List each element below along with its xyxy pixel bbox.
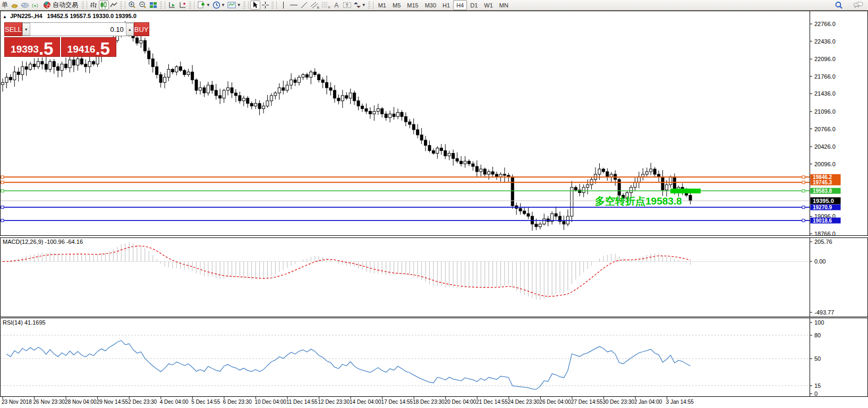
channel-icon[interactable]: E: [309, 1, 320, 10]
svg-text:2 Dec 23:30: 2 Dec 23:30: [128, 399, 157, 405]
svg-text:2 Jan 04:00: 2 Jan 04:00: [634, 399, 662, 405]
timeframe-group: M1M5M15M30H1H4D1W1MN: [375, 0, 512, 10]
svg-text:T: T: [345, 3, 348, 8]
collapse-panel-icon[interactable]: ▲: [3, 14, 7, 19]
horizontal-line-icon[interactable]: [288, 1, 299, 10]
svg-text:19583.8: 19583.8: [813, 188, 832, 194]
volume-input[interactable]: [30, 23, 126, 36]
timeframe-M1[interactable]: M1: [375, 0, 389, 10]
auto-trading-button[interactable]: 自动交易: [40, 1, 81, 10]
svg-text:21096.0: 21096.0: [814, 108, 836, 115]
search-icon[interactable]: [833, 1, 845, 10]
svg-text:20 Dec 04:00: 20 Dec 04:00: [445, 399, 476, 405]
text-icon[interactable]: A: [331, 1, 342, 10]
volume-spinner: ▼ ▲: [22, 22, 134, 36]
sell-price: 19393: [11, 44, 39, 56]
fibonacci-icon[interactable]: F: [320, 1, 331, 10]
candlestick-chart-icon[interactable]: [99, 1, 109, 10]
timeframe-M30[interactable]: M30: [422, 0, 439, 10]
chart-title: ▲ JPN225-,H4 19452.5 19557.5 19330.0 193…: [3, 13, 137, 19]
svg-text:19745.3: 19745.3: [813, 180, 832, 185]
line-chart-icon[interactable]: [109, 1, 119, 10]
timeframe-M15[interactable]: M15: [404, 0, 421, 10]
order-text-partial: 单: [2, 1, 8, 10]
svg-text:11 Dec 14:55: 11 Dec 14:55: [286, 399, 318, 405]
buy-price: 19416: [67, 44, 96, 56]
svg-text:19018.6: 19018.6: [813, 218, 832, 224]
svg-text:28 Nov 04:00: 28 Nov 04:00: [65, 399, 97, 405]
rsi-label: RSI(14) 41.1695: [3, 319, 46, 326]
svg-text:23 Nov 2018: 23 Nov 2018: [2, 399, 32, 405]
crosshair-icon[interactable]: [260, 1, 270, 10]
new-order-icon[interactable]: [10, 1, 20, 10]
timeframe-MN[interactable]: MN: [496, 0, 512, 10]
svg-text:19270.9: 19270.9: [813, 205, 832, 210]
svg-text:5 Dec 14:55: 5 Dec 14:55: [191, 399, 220, 405]
volume-increase-button[interactable]: ▲: [126, 23, 134, 36]
timeframe-H4[interactable]: H4: [453, 0, 467, 10]
svg-text:50: 50: [814, 355, 821, 362]
sell-price-fraction: .5: [39, 41, 54, 56]
svg-text:10 Dec 04:00: 10 Dec 04:00: [254, 399, 286, 405]
svg-text:21766.0: 21766.0: [814, 73, 836, 80]
volume-decrease-button[interactable]: ▼: [22, 23, 30, 36]
auto-scroll-icon[interactable]: [167, 1, 177, 10]
timeframe-H1[interactable]: H1: [439, 0, 453, 10]
sell-quote[interactable]: 19393 .5: [4, 37, 60, 57]
chart-title-ohlc: 19452.5 19557.5 19330.0 19395.0: [47, 13, 137, 19]
auto-trading-label: 自动交易: [53, 1, 78, 10]
sell-button[interactable]: SELL: [4, 22, 22, 36]
svg-text:F: F: [328, 6, 330, 9]
bar-chart-icon[interactable]: [89, 1, 99, 10]
svg-text:E: E: [317, 6, 319, 9]
svg-text:3 Jan 14:55: 3 Jan 14:55: [666, 399, 694, 405]
chart-shift-icon[interactable]: [177, 1, 188, 10]
buy-button[interactable]: BUY: [134, 22, 149, 36]
svg-text:6 Dec 23:30: 6 Dec 23:30: [223, 399, 252, 405]
chat-icon[interactable]: [852, 1, 865, 10]
timeframe-D1[interactable]: D1: [467, 0, 481, 10]
svg-text:-493.77: -493.77: [814, 309, 834, 316]
svg-text:19395.0: 19395.0: [813, 198, 834, 204]
svg-text:26 Dec 04:00: 26 Dec 04:00: [539, 399, 571, 405]
chart-annotation-text: 多空转折点19583.8: [595, 194, 682, 208]
macd-label: MACD(12,26,9) -100.96 -64.16: [3, 239, 83, 245]
timeframe-W1[interactable]: W1: [481, 0, 496, 10]
tile-windows-icon[interactable]: [148, 1, 159, 10]
zoom-out-icon[interactable]: [138, 1, 148, 10]
svg-text:24 Dec 23:30: 24 Dec 23:30: [508, 399, 540, 405]
svg-text:22436.0: 22436.0: [814, 38, 836, 45]
svg-text:18766.0: 18766.0: [814, 231, 836, 237]
periods-button[interactable]: ▼: [211, 1, 226, 10]
main-toolbar: 单 自动交易: [0, 0, 868, 11]
chart-canvas[interactable]: 22766.022436.022096.021766.021436.021096…: [0, 0, 868, 408]
vertical-line-icon[interactable]: [278, 1, 288, 10]
svg-text:26 Nov 23:30: 26 Nov 23:30: [33, 399, 65, 405]
one-click-trading-panel: SELL ▼ ▲ BUY 19393 .5 19416 .5: [4, 22, 116, 57]
history-center-icon[interactable]: [20, 1, 30, 10]
label-icon[interactable]: T: [342, 1, 353, 10]
svg-text:4 Dec 04:00: 4 Dec 04:00: [160, 399, 189, 405]
svg-text:29 Nov 14:55: 29 Nov 14:55: [97, 399, 129, 405]
svg-text:27 Dec 14:55: 27 Dec 14:55: [571, 399, 603, 405]
indicators-button[interactable]: ▼: [196, 1, 211, 10]
svg-text:20766.0: 20766.0: [814, 126, 836, 132]
svg-text:100: 100: [814, 319, 824, 326]
zoom-in-icon[interactable]: [127, 1, 138, 10]
terminal-window: 单 自动交易: [0, 0, 868, 408]
svg-text:22096.0: 22096.0: [814, 56, 836, 62]
signals-icon[interactable]: [30, 1, 40, 10]
svg-text:80: 80: [814, 332, 821, 338]
trendline-icon[interactable]: [299, 1, 309, 10]
templates-button[interactable]: ▼: [226, 1, 242, 10]
svg-text:20096.0: 20096.0: [814, 161, 836, 167]
svg-text:14 Dec 04:00: 14 Dec 04:00: [350, 399, 381, 405]
buy-quote[interactable]: 19416 .5: [61, 37, 117, 57]
arrows-button[interactable]: ▼: [353, 1, 367, 10]
cursor-icon[interactable]: [250, 1, 260, 10]
svg-text:0.00: 0.00: [814, 258, 826, 265]
svg-text:15: 15: [814, 382, 821, 389]
timeframe-M5[interactable]: M5: [389, 0, 404, 10]
chart-svg: 22766.022436.022096.021766.021436.021096…: [0, 0, 868, 408]
chart-title-symbol: JPN225-,H4: [10, 13, 42, 19]
